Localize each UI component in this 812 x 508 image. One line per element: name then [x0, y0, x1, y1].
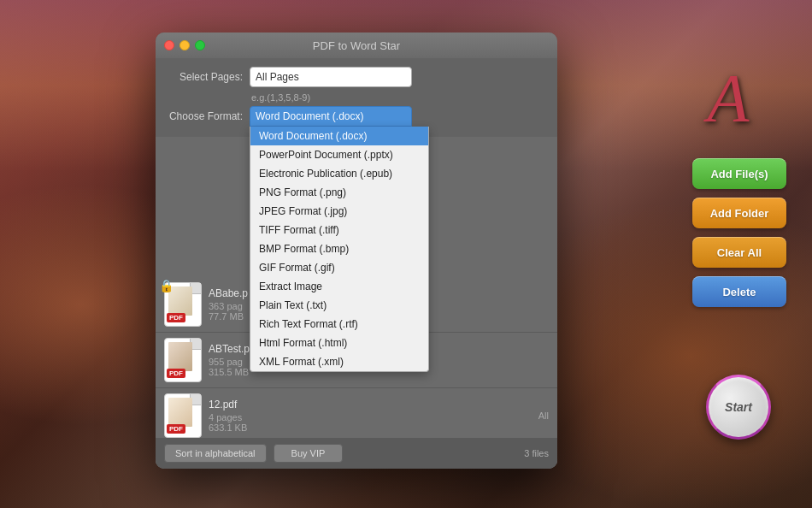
dropdown-item-jpg[interactable]: JPEG Format (.jpg) [250, 202, 428, 221]
file-list-panel: Select Pages: e.g.(1,3,5,8-9) Choose For… [156, 58, 557, 469]
traffic-lights [164, 40, 205, 50]
select-pages-label: Select Pages: [166, 71, 243, 83]
file-count: 3 files [524, 448, 549, 458]
file-item[interactable]: PDF 12.pdf 4 pages 633.1 KB All [156, 388, 557, 438]
dropdown-item-xml[interactable]: XML Format (.xml) [250, 352, 428, 371]
select-pages-row: Select Pages: [166, 67, 547, 87]
pdf-badge-1: PDF [167, 313, 185, 322]
choose-format-label: Choose Format: [166, 110, 243, 122]
window-body: Select Pages: e.g.(1,3,5,8-9) Choose For… [156, 58, 557, 469]
add-files-button[interactable]: Add File(s) [692, 158, 786, 189]
dropdown-item-rtf[interactable]: Rich Text Format (.rtf) [250, 315, 428, 334]
sort-alphabetical-button[interactable]: Sort in alphabetical [164, 444, 267, 463]
dropdown-item-pptx[interactable]: PowerPoint Document (.pptx) [250, 145, 428, 164]
format-selected[interactable]: Word Document (.docx) [250, 106, 412, 127]
file-thumbnail-2 [168, 342, 192, 371]
pdf-badge-3: PDF [167, 424, 185, 434]
file-icon-3: PDF [164, 393, 202, 438]
format-dropdown-container[interactable]: Word Document (.docx) Word Document (.do… [250, 106, 412, 127]
dropdown-item-tiff[interactable]: TIFF Format (.tiff) [250, 221, 428, 239]
file-size-3: 633.1 KB [209, 422, 532, 433]
buy-vip-button[interactable]: Buy VIP [274, 444, 344, 463]
dropdown-item-docx[interactable]: Word Document (.docx) [250, 127, 428, 145]
format-dropdown-menu[interactable]: Word Document (.docx) PowerPoint Documen… [250, 127, 429, 372]
start-button[interactable]: Start [706, 375, 771, 440]
file-thumbnail-3 [168, 398, 192, 427]
minimize-button[interactable] [179, 40, 190, 50]
app-logo: A [677, 47, 780, 150]
file-icon-2: PDF [164, 338, 202, 382]
sidebar-buttons: Add File(s) Add Folder Clear All Delete [692, 158, 786, 307]
file-info-3: 12.pdf 4 pages 633.1 KB [209, 399, 532, 433]
select-pages-input[interactable] [250, 67, 412, 87]
clear-all-button[interactable]: Clear All [692, 237, 786, 268]
file-icon: PDF 🔒 [164, 282, 202, 327]
controls-area: Select Pages: e.g.(1,3,5,8-9) Choose For… [156, 58, 557, 137]
close-button[interactable] [164, 40, 174, 50]
add-folder-button[interactable]: Add Folder [692, 198, 786, 228]
pdf-badge-2: PDF [167, 369, 185, 378]
format-selected-text: Word Document (.docx) [256, 110, 364, 122]
file-format-badge-3: All [538, 411, 549, 421]
start-button-container: Start [706, 375, 771, 440]
file-meta-3: 4 pages [209, 412, 532, 422]
window-title: PDF to Word Star [313, 39, 400, 52]
maximize-button[interactable] [195, 40, 205, 50]
main-window: PDF to Word Star Select Pages: e.g.(1,3,… [156, 32, 557, 469]
logo-letter: A [708, 60, 750, 138]
lock-icon-1: 🔒 [159, 279, 174, 292]
title-bar: PDF to Word Star [156, 32, 557, 58]
hint-text: e.g.(1,3,5,8-9) [251, 92, 547, 103]
bottom-bar: Sort in alphabetical Buy VIP 3 files [156, 438, 557, 469]
dropdown-item-extract[interactable]: Extract Image [250, 277, 428, 296]
file-name-3: 12.pdf [209, 399, 532, 411]
choose-format-row: Choose Format: Word Document (.docx) Wor… [166, 106, 547, 127]
dropdown-item-png[interactable]: PNG Format (.png) [250, 183, 428, 202]
pdf-icon-2: PDF [164, 338, 202, 382]
dropdown-item-html[interactable]: Html Format (.html) [250, 334, 428, 352]
dropdown-item-bmp[interactable]: BMP Format (.bmp) [250, 239, 428, 258]
pdf-icon-3: PDF [164, 393, 202, 438]
dropdown-item-txt[interactable]: Plain Text (.txt) [250, 296, 428, 315]
dropdown-item-epub[interactable]: Electronic Publication (.epub) [250, 164, 428, 183]
delete-button[interactable]: Delete [692, 276, 786, 307]
dropdown-item-gif[interactable]: GIF Format (.gif) [250, 258, 428, 277]
